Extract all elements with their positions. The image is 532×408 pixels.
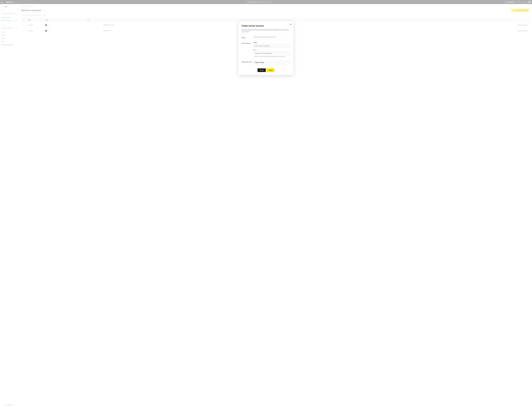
label-project: Project xyxy=(241,36,254,38)
label-role: Project-level role? xyxy=(241,61,254,64)
cancel-button[interactable]: Cancel xyxy=(257,68,266,72)
modal-overlay[interactable]: Create service account A service account… xyxy=(0,0,532,408)
learn-more-link[interactable]: Learn more xyxy=(241,31,249,33)
id-hint: The service account ID cannot be changed… xyxy=(254,56,291,57)
modal-title: Create service account xyxy=(241,25,291,27)
help-icon[interactable]: ? xyxy=(255,50,257,51)
name-input[interactable] xyxy=(254,44,291,48)
id-input[interactable] xyxy=(254,51,291,55)
modal-description: A service account is an account used to … xyxy=(241,29,291,33)
create-service-account-modal: Create service account A service account… xyxy=(239,21,293,75)
field-id-label: ID? xyxy=(254,49,291,51)
help-icon[interactable]: ? xyxy=(251,61,253,63)
close-button[interactable] xyxy=(290,23,292,26)
role-select[interactable]: Project member xyxy=(254,61,291,64)
close-icon xyxy=(290,23,292,25)
field-name-label: Name xyxy=(254,42,291,43)
create-button[interactable]: Create xyxy=(266,68,275,72)
project-value: chaos-manual-test (chaos-manual-test) xyxy=(254,36,291,38)
label-service-account: Service account xyxy=(241,42,254,57)
external-link-icon xyxy=(248,31,249,32)
